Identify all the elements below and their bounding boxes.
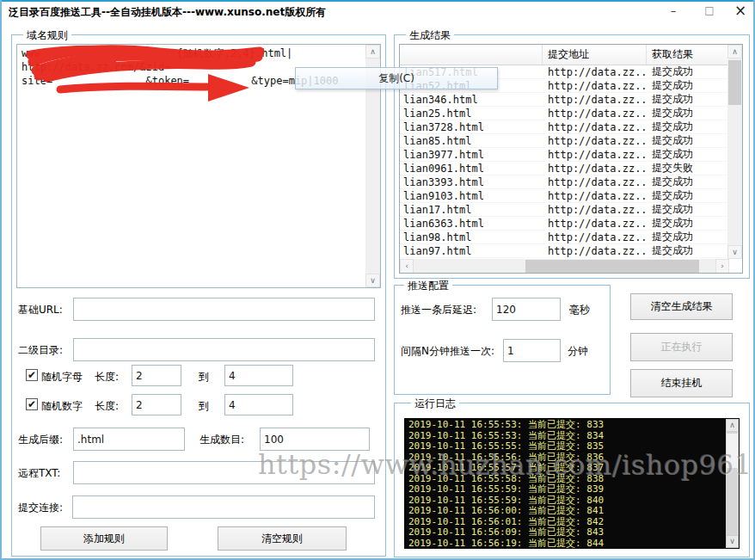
letters-min-input[interactable]	[132, 365, 181, 386]
base-url-label: 基础URL:	[18, 303, 63, 317]
table-row[interactable]: lian3728.html http://data.zz.... 提交成功	[400, 120, 729, 134]
count-label: 生成数目:	[199, 433, 244, 447]
table-row[interactable]: lian346.html http://data.zz.... 提交成功	[400, 93, 729, 107]
cell-file: lian9103.html	[400, 190, 543, 202]
table-row[interactable]: lian98.html http://data.zz.... 提交成功	[400, 231, 729, 244]
submit-link-input[interactable]	[72, 495, 375, 519]
scroll-down-icon[interactable]: ∨	[365, 274, 380, 287]
column-header-status[interactable]: 获取结果	[647, 45, 729, 65]
results-table-body: lian517.html http://data.zz.... 提交成功 lia…	[400, 65, 729, 259]
table-row[interactable]: lian9103.html http://data.zz.... 提交成功	[400, 189, 729, 203]
log-line: 2019-10-11 16:55:59: 当前已提交: 839	[408, 484, 604, 495]
interval-unit-label: 分钟	[568, 344, 588, 359]
cell-file: lian3977.html	[400, 149, 543, 161]
random-letters-label: 随机字母	[41, 370, 83, 385]
letters-length-label: 长度:	[95, 370, 119, 385]
run-log-group-label: 运行日志	[411, 397, 459, 411]
cell-status: 提交成功	[647, 147, 729, 162]
cell-status: 提交成功	[647, 65, 729, 79]
log-line: 2019-10-11 16:56:09: 当前已提交: 843	[408, 527, 604, 538]
delay-input[interactable]	[492, 298, 561, 321]
push-config-group-label: 推送配置	[404, 279, 452, 293]
table-row[interactable]: lian17.html http://data.zz.... 提交成功	[400, 203, 729, 217]
stop-button[interactable]: 结束挂机	[630, 369, 733, 397]
table-row[interactable]: lian3393.html http://data.zz.... 提交成功	[400, 175, 729, 189]
cell-status: 提交成功	[647, 243, 729, 258]
table-row[interactable]: lian0961.html http://data.zz.... 提交失败	[400, 162, 729, 175]
domain-rules-group-label: 域名规则	[23, 28, 71, 43]
cell-status: 提交成功	[647, 92, 729, 107]
cell-url: http://data.zz....	[543, 218, 647, 230]
minimize-icon: –	[671, 4, 677, 17]
context-menu: 复制(C)	[295, 67, 498, 89]
column-header-url[interactable]: 提交地址	[543, 45, 647, 65]
base-url-input[interactable]	[73, 298, 375, 321]
cell-url: http://data.zz....	[543, 204, 647, 216]
results-hscrollbar[interactable]: ‹ ›	[400, 259, 729, 274]
suffix-input[interactable]	[73, 428, 185, 451]
letters-max-input[interactable]	[224, 365, 293, 386]
random-letters-checkbox[interactable]: ✔	[26, 369, 38, 381]
table-row[interactable]: lian25.html http://data.zz.... 提交成功	[400, 107, 729, 120]
column-header-file[interactable]	[400, 45, 543, 65]
cell-status: 提交成功	[647, 106, 729, 120]
check-icon: ✔	[28, 370, 36, 380]
log-line: 2019-10-11 16:56:00: 当前已提交: 841	[408, 506, 604, 517]
subdir-label: 二级目录:	[18, 343, 63, 358]
cell-url: http://data.zz....	[543, 94, 647, 106]
log-line: 2019-10-11 16:56:19: 当前已提交: 844	[408, 538, 604, 550]
close-button[interactable]: ×	[729, 2, 752, 19]
table-row[interactable]: lian3977.html http://data.zz.... 提交成功	[400, 148, 729, 162]
cell-url: http://data.zz....	[543, 190, 647, 202]
scroll-up-icon[interactable]: ∧	[726, 419, 739, 432]
remote-txt-input[interactable]	[73, 461, 375, 484]
add-rule-button[interactable]: 添加规则	[40, 526, 168, 551]
cell-file: lian97.html	[400, 245, 543, 257]
running-button[interactable]: 正在执行	[630, 333, 733, 361]
cell-status: 提交成功	[647, 202, 729, 217]
cell-file: lian85.html	[400, 135, 543, 147]
maximize-button[interactable]: □	[698, 2, 721, 19]
log-console[interactable]: 2019-10-11 16:55:53: 当前已提交: 8332019-10-1…	[404, 418, 740, 549]
count-input[interactable]	[260, 428, 370, 451]
random-digits-checkbox[interactable]: ✔	[26, 398, 38, 410]
table-row[interactable]: lian85.html http://data.zz.... 提交成功	[400, 134, 729, 148]
cell-url: http://data.zz....	[543, 231, 647, 243]
cell-url: http://data.zz....	[543, 121, 647, 133]
cell-url: http://data.zz....	[543, 108, 647, 120]
scroll-down-icon[interactable]: ∨	[726, 535, 739, 548]
table-row[interactable]: lian97.html http://data.zz.... 提交成功	[400, 244, 729, 258]
check-icon: ✔	[28, 399, 36, 409]
cell-url: http://data.zz....	[543, 176, 647, 188]
scroll-up-icon[interactable]: ∧	[365, 45, 380, 58]
cell-file: lian3728.html	[400, 121, 543, 133]
scroll-down-icon[interactable]: ∨	[727, 245, 742, 259]
cell-status: 提交成功	[647, 216, 729, 231]
vscroll-thumb[interactable]	[728, 60, 741, 105]
scroll-right-icon[interactable]: ›	[715, 259, 729, 274]
table-row[interactable]: lian6363.html http://data.zz.... 提交成功	[400, 217, 729, 231]
app-window: 泛目录百度推送工具--全自动挂机版本---www.xunso.net版权所有 –…	[0, 0, 755, 560]
scroll-left-icon[interactable]: ‹	[400, 259, 414, 274]
submit-link-label: 提交连接:	[18, 501, 63, 515]
clear-results-button[interactable]: 清空生成结果	[630, 293, 733, 320]
clear-rule-button[interactable]: 清空规则	[218, 526, 347, 551]
cell-file: lian25.html	[400, 108, 543, 120]
log-line: 2019-10-11 16:55:53: 当前已提交: 833	[408, 420, 604, 431]
window-title: 泛目录百度推送工具--全自动挂机版本---www.xunso.net版权所有	[9, 5, 326, 20]
vscroll-thumb[interactable]	[727, 434, 738, 468]
interval-input[interactable]	[503, 339, 561, 362]
digits-max-input[interactable]	[224, 394, 293, 415]
subdir-input[interactable]	[73, 338, 375, 361]
cell-file: lian17.html	[400, 204, 543, 216]
delay-unit-label: 毫秒	[569, 303, 590, 317]
copy-menu-item[interactable]: 复制(C)	[378, 71, 414, 86]
hscroll-thumb[interactable]	[525, 260, 699, 273]
results-vscrollbar[interactable]: ∧ ∨	[727, 45, 742, 259]
digits-min-input[interactable]	[132, 394, 181, 415]
log-lines: 2019-10-11 16:55:53: 当前已提交: 8332019-10-1…	[408, 420, 604, 549]
minimize-button[interactable]: –	[662, 2, 684, 19]
cell-url: http://data.zz....	[543, 66, 647, 78]
scroll-up-icon[interactable]: ∧	[727, 45, 742, 58]
log-vscrollbar[interactable]: ∧ ∨	[726, 419, 739, 548]
